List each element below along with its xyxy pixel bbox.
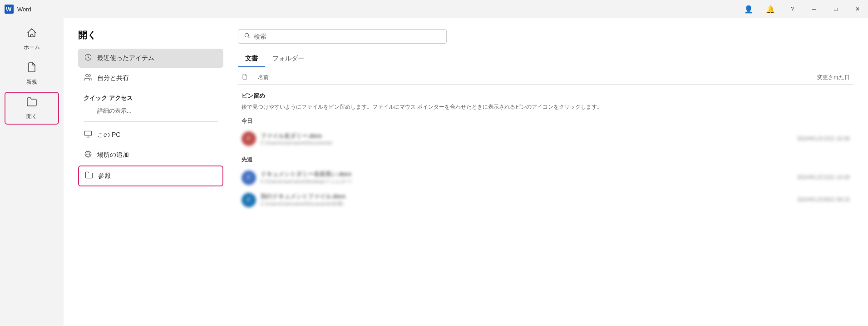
new-label: 新規: [26, 78, 37, 86]
nav-browse-label: 参照: [98, 172, 111, 180]
file-info: ドキュメントダミー名前長い.docx C:\Users\Username\Des…: [261, 170, 759, 185]
right-panel: 文書 フォルダー 名前 変更された日: [238, 29, 853, 211]
nav-item-browse[interactable]: 参照: [78, 166, 223, 186]
nav-details[interactable]: 詳細の表示...: [78, 104, 223, 118]
pc-icon: [84, 130, 93, 140]
file-date: 2024年1月15日 10:30: [759, 135, 850, 143]
svg-point-3: [86, 74, 89, 77]
table-header: 名前 変更された日: [238, 71, 853, 85]
file-name: ファイル名ダミー.docx: [261, 132, 759, 140]
word-icon: W: [5, 5, 14, 14]
nav-recent-label: 最近使ったアイテム: [97, 54, 154, 62]
table-row[interactable]: F ドキュメントダミー名前長い.docx C:\Users\Username\D…: [238, 166, 853, 189]
header-icon-col: [242, 74, 258, 81]
home-icon: [26, 27, 37, 41]
other-heading: 先週: [242, 156, 853, 164]
sidebar-item-open[interactable]: 開く: [5, 92, 59, 125]
nav-item-shared[interactable]: 自分と共有: [78, 69, 223, 88]
file-info: ファイル名ダミー.docx C:\Users\Username\Document…: [261, 132, 759, 145]
left-panel-title: 開く: [78, 29, 223, 41]
nav-pc-label: この PC: [97, 131, 120, 139]
home-label: ホーム: [24, 44, 40, 51]
today-heading: 今日: [242, 117, 853, 125]
avatar: F: [242, 171, 256, 185]
tabs: 文書 フォルダー: [238, 51, 853, 67]
file-date: 2024年1月10日 14:20: [759, 174, 850, 181]
file-name: ドキュメントダミー名前長い.docx: [261, 170, 759, 178]
content-row: 開く 最近使ったアイテム: [78, 29, 853, 211]
nav-item-add-location[interactable]: 場所の追加: [78, 145, 223, 165]
avatar: F: [242, 193, 256, 207]
open-label: 開く: [26, 113, 37, 120]
svg-text:W: W: [6, 6, 12, 13]
quick-access-label: クイック アクセス: [78, 89, 223, 104]
header-name: 名前: [258, 74, 759, 81]
clock-icon: [84, 53, 93, 63]
minimize-button[interactable]: ─: [804, 0, 824, 18]
open-icon: [26, 96, 37, 110]
help-button[interactable]: ?: [782, 0, 803, 18]
nav-shared-label: 自分と共有: [97, 74, 129, 82]
left-panel: 開く 最近使ったアイテム: [78, 29, 223, 211]
file-table: 名前 変更された日 ピン留め 後で見つけやすいようにファイルをピン留めします。フ…: [238, 71, 853, 211]
search-bar[interactable]: [238, 29, 447, 44]
profile-icon[interactable]: 👤: [738, 0, 759, 18]
file-path: C:\Users\Username\Documents\: [261, 140, 759, 145]
sidebar-item-new[interactable]: 新規: [5, 57, 59, 90]
pinned-message: 後で見つけやすいようにファイルをピン留めします。ファイルにマウス ポインターを合…: [242, 103, 853, 111]
person-icon: [84, 73, 93, 83]
browse-folder-icon: [84, 171, 94, 181]
nav-item-recent[interactable]: 最近使ったアイテム: [78, 49, 223, 68]
maximize-button[interactable]: □: [825, 0, 846, 18]
tab-documents[interactable]: 文書: [238, 51, 265, 67]
file-path: C:\Users\Username\Documents\作業\: [261, 201, 759, 207]
sidebar: ホーム 新規 開く: [0, 18, 64, 326]
file-path: C:\Users\Username\Desktop\フォルダー\: [261, 178, 759, 185]
nav-item-this-pc[interactable]: この PC: [78, 125, 223, 145]
app-title: Word: [17, 6, 31, 13]
table-row[interactable]: F 別のドキュメントファイル.docx C:\Users\Username\Do…: [238, 189, 853, 211]
app-container: ホーム 新規 開く 開く: [0, 18, 868, 326]
table-row[interactable]: F ファイル名ダミー.docx C:\Users\Username\Docume…: [238, 128, 853, 150]
svg-point-6: [245, 33, 248, 37]
pinned-heading: ピン留め: [242, 92, 853, 100]
svg-rect-4: [85, 131, 92, 135]
nav-add-location-label: 場所の追加: [97, 151, 129, 159]
file-info: 別のドキュメントファイル.docx C:\Users\Username\Docu…: [261, 192, 759, 207]
file-date: 2024年1月09日 09:15: [759, 196, 850, 204]
main-content: 開く 最近使ったアイテム: [64, 18, 868, 326]
avatar: F: [242, 131, 256, 146]
search-icon: [244, 32, 250, 40]
file-name: 別のドキュメントファイル.docx: [261, 192, 759, 201]
accounts-icon[interactable]: 🔔: [760, 0, 781, 18]
tab-folders[interactable]: フォルダー: [265, 51, 311, 67]
new-icon: [26, 62, 37, 75]
sidebar-item-home[interactable]: ホーム: [5, 23, 59, 55]
search-input[interactable]: [254, 33, 441, 40]
globe-icon: [84, 150, 93, 160]
close-button[interactable]: ✕: [847, 0, 868, 18]
title-bar: W Word 👤 🔔 ? ─ □ ✕: [0, 0, 868, 18]
header-date: 変更された日: [759, 74, 850, 81]
divider: [84, 121, 218, 122]
